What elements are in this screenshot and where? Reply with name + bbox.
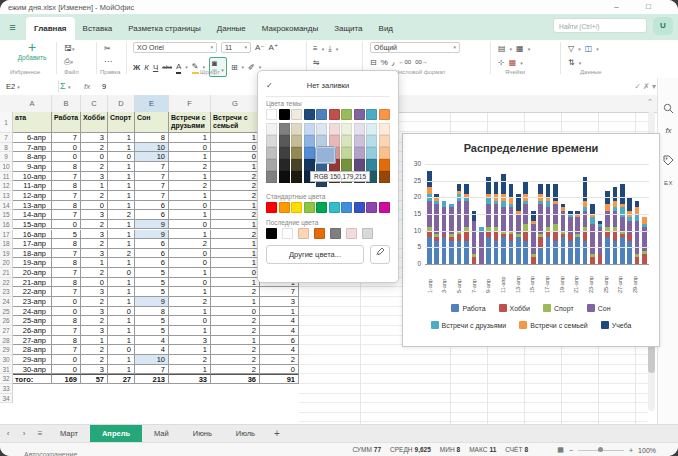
font-smaller-button[interactable]: A⁻ — [255, 42, 265, 53]
number-format-select[interactable]: Общий ▾ — [370, 42, 460, 53]
highlight-color-button[interactable]: ✎ — [192, 61, 199, 74]
font-color-button[interactable]: A — [176, 61, 181, 74]
variant-color-swatch[interactable] — [354, 135, 365, 147]
standard-color-swatch[interactable] — [279, 202, 290, 213]
value-cell[interactable]: 2 — [81, 162, 108, 172]
value-cell[interactable]: 1 — [108, 365, 135, 375]
value-cell[interactable]: 1 — [211, 258, 260, 268]
variant-color-swatch[interactable] — [304, 147, 315, 159]
theme-color-swatch[interactable] — [291, 109, 302, 120]
no-fill-option[interactable]: ✓ Нет заливки — [266, 77, 390, 93]
sheet-tab-Март[interactable]: Март — [48, 425, 90, 443]
variant-color-swatch[interactable] — [354, 123, 365, 135]
value-cell[interactable]: 1 — [108, 172, 135, 182]
chart-bar-20-апр[interactable] — [568, 211, 573, 264]
value-cell[interactable]: 0 — [169, 278, 211, 288]
date-cell[interactable]: 15-апр — [13, 220, 52, 230]
value-cell[interactable]: 1 — [108, 355, 135, 365]
value-cell[interactable]: 1 — [169, 307, 211, 317]
value-cell[interactable]: 7 — [52, 133, 81, 143]
variant-color-swatch[interactable] — [366, 123, 377, 135]
value-cell[interactable]: 4 — [260, 326, 299, 336]
zoom-in-button[interactable]: + — [629, 447, 633, 454]
value-cell[interactable]: 2 — [169, 181, 211, 191]
value-cell[interactable]: 2 — [169, 239, 211, 249]
value-cell[interactable]: 2 — [108, 249, 135, 259]
variant-color-swatch[interactable] — [341, 135, 352, 147]
value-cell[interactable]: 3 — [81, 287, 108, 297]
function-icon[interactable]: fx — [84, 80, 90, 93]
scroll-up-icon[interactable]: ⌃ — [644, 96, 656, 108]
menu-tab-Разметка страницы[interactable]: Разметка страницы — [120, 17, 209, 40]
date-cell[interactable]: 12-апр — [13, 191, 52, 201]
value-cell[interactable]: 1 — [108, 133, 135, 143]
search-icon[interactable] — [661, 100, 676, 115]
strikethrough-button[interactable]: abc — [162, 62, 172, 73]
value-cell[interactable]: 4 — [260, 345, 299, 355]
value-cell[interactable]: 1 — [169, 268, 211, 278]
value-cell[interactable]: 6 — [260, 336, 299, 346]
extensions-icon[interactable]: ЕХ — [661, 180, 676, 195]
value-cell[interactable]: 7 — [135, 191, 169, 201]
chart-bar-12-апр[interactable] — [509, 184, 514, 264]
value-cell[interactable]: 1 — [81, 181, 108, 191]
chart-bar-1-апр[interactable] — [427, 171, 432, 264]
value-cell[interactable]: 1 — [108, 143, 135, 153]
value-cell[interactable]: 1 — [211, 297, 260, 307]
value-cell[interactable]: 1 — [169, 345, 211, 355]
row-number-25[interactable]: 25 — [0, 307, 13, 317]
search-input[interactable]: Найти (Ctrl+/) — [553, 18, 647, 33]
variant-color-swatch[interactable] — [329, 135, 340, 147]
sort-button[interactable]: ⇅ — [568, 57, 575, 68]
chart-panel[interactable]: Распределение времени 1-апр3-апр5-апр7-а… — [402, 133, 660, 347]
value-cell[interactable]: 1 — [108, 220, 135, 230]
grid-toggle-icon[interactable]: ▦ — [557, 446, 564, 454]
date-cell[interactable]: 11-апр — [13, 181, 52, 191]
value-cell[interactable]: 2 — [211, 230, 260, 240]
value-cell[interactable]: 7 — [135, 365, 169, 375]
value-cell[interactable]: 3 — [169, 336, 211, 346]
table-style-button[interactable]: ▦ — [509, 57, 517, 68]
value-cell[interactable]: 8 — [52, 201, 81, 211]
variant-color-swatch[interactable] — [266, 123, 277, 135]
date-cell[interactable]: 23-апр — [13, 297, 52, 307]
value-cell[interactable]: 1 — [108, 191, 135, 201]
value-cell[interactable]: 3 — [81, 249, 108, 259]
value-cell[interactable]: 3 — [81, 230, 108, 240]
value-cell[interactable]: 1 — [108, 230, 135, 240]
value-cell[interactable]: 2 — [211, 287, 260, 297]
value-cell[interactable]: 2 — [81, 191, 108, 201]
date-cell[interactable]: 9-апр — [13, 162, 52, 172]
value-cell[interactable]: 0 — [81, 152, 108, 162]
date-cell[interactable]: 17-апр — [13, 239, 52, 249]
row-number-14[interactable]: 14 — [0, 201, 13, 211]
borders-button[interactable]: ⊞ — [231, 62, 238, 73]
chart-bar-10-апр[interactable] — [494, 181, 499, 264]
insert-function-icon[interactable]: fx — [661, 126, 676, 141]
row-number-15[interactable]: 15 — [0, 210, 13, 220]
other-colors-button[interactable]: Другие цвета... — [266, 245, 364, 264]
value-cell[interactable]: 2 — [169, 162, 211, 172]
chart-bar-27-апр[interactable] — [620, 184, 625, 264]
variant-color-swatch[interactable] — [379, 123, 390, 135]
date-cell[interactable]: 18-апр — [13, 249, 52, 259]
date-cell[interactable]: 28-апр — [13, 345, 52, 355]
value-cell[interactable]: 0 — [52, 152, 81, 162]
value-cell[interactable]: 1 — [108, 239, 135, 249]
value-cell[interactable]: 9 — [135, 220, 169, 230]
variant-color-swatch[interactable] — [304, 159, 315, 171]
value-cell[interactable]: 1 — [169, 172, 211, 182]
variant-color-swatch[interactable] — [329, 123, 340, 135]
value-cell[interactable]: 0 — [260, 365, 299, 375]
row-number-32[interactable]: 32 — [0, 374, 13, 384]
value-cell[interactable]: 7 — [52, 287, 81, 297]
value-cell[interactable]: 2 — [211, 355, 260, 365]
row-number-34[interactable]: 34 — [0, 394, 13, 404]
value-cell[interactable]: 0 — [169, 316, 211, 326]
variant-color-swatch[interactable] — [266, 159, 277, 171]
row-number-23[interactable]: 23 — [0, 287, 13, 297]
value-cell[interactable]: 2 — [260, 355, 299, 365]
value-cell[interactable]: 2 — [169, 355, 211, 365]
column-header-E[interactable]: E — [135, 95, 169, 112]
value-cell[interactable]: 1 — [108, 258, 135, 268]
